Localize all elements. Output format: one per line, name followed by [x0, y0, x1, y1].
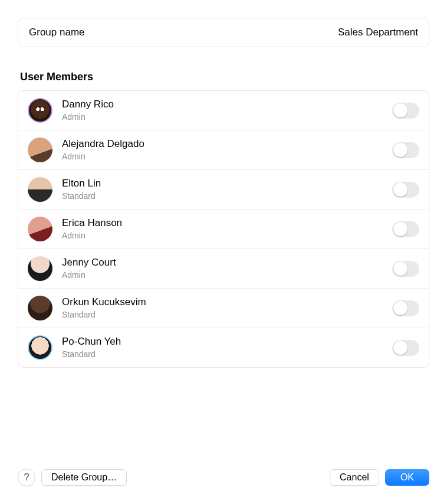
- avatar: [28, 335, 52, 360]
- member-row: Orkun KucuksevimStandard: [18, 289, 429, 328]
- member-name: Po-Chun Yeh: [62, 336, 392, 348]
- member-row: Erica HansonAdmin: [18, 210, 429, 249]
- member-role: Standard: [62, 310, 392, 320]
- member-row: Elton LinStandard: [18, 170, 429, 210]
- help-button[interactable]: ?: [18, 469, 35, 486]
- cancel-button[interactable]: Cancel: [330, 469, 379, 486]
- member-role: Standard: [62, 191, 392, 201]
- member-text: Jenny CourtAdmin: [62, 257, 392, 280]
- member-row: Alejandra DelgadoAdmin: [18, 130, 429, 170]
- member-role: Admin: [62, 231, 392, 241]
- avatar: [28, 296, 52, 320]
- toggle-knob: [393, 182, 407, 197]
- member-text: Alejandra DelgadoAdmin: [62, 138, 392, 161]
- member-text: Po-Chun YehStandard: [62, 336, 392, 359]
- member-toggle[interactable]: [392, 221, 419, 237]
- avatar: [28, 138, 52, 162]
- member-name: Danny Rico: [62, 99, 392, 110]
- member-text: Erica HansonAdmin: [62, 217, 392, 240]
- group-name-field[interactable]: Group name Sales Department: [18, 18, 429, 47]
- member-role: Admin: [62, 152, 392, 162]
- delete-group-button[interactable]: Delete Group…: [41, 469, 127, 486]
- toggle-knob: [393, 103, 407, 117]
- member-row: Jenny CourtAdmin: [18, 249, 429, 289]
- member-name: Elton Lin: [62, 178, 392, 189]
- member-toggle[interactable]: [392, 340, 419, 356]
- member-role: Admin: [62, 112, 392, 122]
- avatar: [28, 98, 52, 123]
- toggle-knob: [393, 143, 407, 157]
- member-role: Admin: [62, 270, 392, 280]
- member-row: Danny RicoAdmin: [18, 91, 429, 130]
- avatar: [28, 256, 52, 281]
- group-name-label: Group name: [29, 27, 85, 38]
- member-toggle[interactable]: [392, 182, 419, 198]
- member-name: Erica Hanson: [62, 217, 392, 229]
- avatar: [28, 217, 52, 241]
- toggle-knob: [393, 261, 407, 276]
- member-toggle[interactable]: [392, 261, 419, 277]
- avatar: [28, 177, 52, 202]
- member-name: Alejandra Delgado: [62, 138, 392, 150]
- user-members-heading: User Members: [20, 71, 429, 83]
- toggle-knob: [393, 301, 407, 315]
- member-row: Po-Chun YehStandard: [18, 328, 429, 367]
- ok-button[interactable]: OK: [385, 469, 429, 486]
- member-role: Standard: [62, 349, 392, 359]
- group-name-value: Sales Department: [338, 27, 418, 38]
- member-toggle[interactable]: [392, 142, 419, 158]
- user-members-list: Danny RicoAdminAlejandra DelgadoAdminElt…: [18, 90, 429, 368]
- member-toggle[interactable]: [392, 103, 419, 119]
- member-text: Elton LinStandard: [62, 178, 392, 201]
- member-text: Orkun KucuksevimStandard: [62, 296, 392, 319]
- member-text: Danny RicoAdmin: [62, 99, 392, 122]
- toggle-knob: [393, 222, 407, 236]
- member-toggle[interactable]: [392, 300, 419, 316]
- toggle-knob: [393, 341, 407, 355]
- help-icon: ?: [24, 472, 29, 483]
- member-name: Orkun Kucuksevim: [62, 296, 392, 308]
- member-name: Jenny Court: [62, 257, 392, 269]
- dialog-footer: ? Delete Group… Cancel OK: [18, 469, 429, 486]
